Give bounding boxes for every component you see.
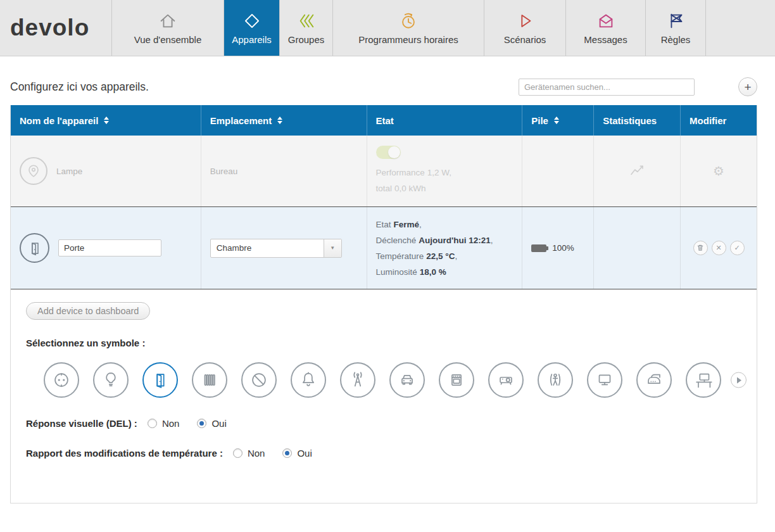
- top-nav: devolo Vue d'ensemble Appareils Groupes …: [0, 0, 775, 56]
- symbol-oven[interactable]: [439, 362, 474, 398]
- column-label: Pile: [531, 115, 548, 126]
- radiator-icon: [199, 369, 220, 391]
- tab-label: Règles: [661, 34, 691, 45]
- led-response-option-oui[interactable]: Oui: [197, 418, 226, 429]
- chevron-down-icon[interactable]: ▼: [324, 239, 341, 257]
- confirm-button[interactable]: ✓: [730, 241, 745, 255]
- symbol-door[interactable]: [142, 362, 178, 398]
- state-line: total0,0 kWh: [376, 180, 426, 196]
- temperature-report-option-oui[interactable]: Oui: [282, 448, 312, 459]
- device-state: Performance1,2 W, total0,0 kWh: [376, 146, 452, 196]
- flag-cross-icon: [666, 11, 685, 30]
- symbol-picker: [26, 361, 741, 399]
- iron-icon: [643, 369, 665, 391]
- radio-label: Non: [162, 418, 180, 429]
- tab-groupes[interactable]: Groupes: [279, 0, 332, 56]
- symbol-iron[interactable]: [636, 362, 672, 398]
- column-label: Emplacement: [210, 115, 272, 126]
- devolo-logo[interactable]: devolo: [0, 0, 111, 56]
- projector-icon: [495, 369, 517, 391]
- trash-icon: [696, 244, 704, 253]
- location-select[interactable]: Chambre ▼: [210, 239, 342, 258]
- battery-status: 100%: [531, 243, 574, 253]
- door-icon: [149, 369, 171, 391]
- toggle-knob: [388, 146, 400, 158]
- nav-tabs: Vue d'ensemble Appareils Groupes Program…: [111, 0, 706, 56]
- add-to-dashboard-button[interactable]: Add device to dashboard: [26, 302, 150, 320]
- statistics-chart-icon[interactable]: [629, 162, 645, 180]
- bulb-icon: [100, 369, 122, 391]
- motion-sensor-icon: [545, 369, 566, 391]
- device-name: Lampe: [56, 167, 82, 176]
- state-line: EtatFermé,: [376, 217, 422, 232]
- symbol-antenna[interactable]: [340, 362, 375, 398]
- car-icon: [396, 369, 418, 391]
- temperature-report-option-non[interactable]: Non: [233, 448, 265, 459]
- tab-label: Appareils: [232, 34, 272, 45]
- diamond-icon: [243, 11, 261, 30]
- power-toggle[interactable]: [376, 146, 401, 159]
- tab-programmeurs-horaires[interactable]: Programmeurs horaires: [332, 0, 484, 56]
- home-icon: [158, 11, 177, 30]
- device-edit-panel: Add device to dashboard Sélectionnez un …: [11, 289, 757, 503]
- device-name-input[interactable]: [58, 239, 161, 256]
- tab-label: Groupes: [288, 34, 325, 45]
- tab-regles[interactable]: Règles: [645, 0, 706, 56]
- radio-button[interactable]: [197, 419, 206, 428]
- column-label: Modifier: [690, 115, 726, 126]
- symbols-strip: [44, 361, 726, 399]
- gear-icon[interactable]: ⚙: [713, 165, 724, 177]
- location-select-value: Chambre: [211, 239, 324, 257]
- symbol-projector[interactable]: [488, 362, 524, 398]
- page-intro-text: Configurez ici vos appareils.: [10, 80, 149, 94]
- envelope-icon: [596, 11, 615, 30]
- tab-messages[interactable]: Messages: [565, 0, 645, 56]
- table-row-lampe[interactable]: Lampe Bureau Performance1,2 W, total0,0 …: [11, 136, 757, 206]
- table-header-row: Nom de l'appareil Emplacement Etat Pile …: [11, 105, 757, 136]
- search-input[interactable]: [519, 79, 695, 96]
- antenna-icon: [347, 369, 369, 391]
- cancel-button[interactable]: ✕: [712, 241, 726, 255]
- timer-clock-icon: [399, 11, 418, 30]
- symbol-bulb[interactable]: [93, 362, 129, 398]
- tab-scenarios[interactable]: Scénarios: [484, 0, 565, 56]
- tab-vue-densemble[interactable]: Vue d'ensemble: [111, 0, 224, 56]
- intro-row: Configurez ici vos appareils. +: [10, 77, 757, 96]
- column-header-statistics: Statistiques: [593, 105, 680, 136]
- plus-icon: +: [744, 81, 751, 93]
- main-content: Configurez ici vos appareils. + Nom de l…: [0, 77, 775, 504]
- sort-icon: [554, 117, 559, 124]
- symbol-car[interactable]: [389, 362, 425, 398]
- delete-button[interactable]: [693, 241, 708, 255]
- symbol-motion[interactable]: [538, 362, 573, 398]
- device-location: Bureau: [210, 167, 238, 176]
- battery-level: 100%: [552, 243, 574, 253]
- location-pin-icon: [20, 157, 47, 185]
- close-icon: ✕: [715, 244, 721, 252]
- column-header-name[interactable]: Nom de l'appareil: [11, 105, 201, 136]
- symbol-outlet[interactable]: [44, 362, 79, 398]
- symbols-next-button[interactable]: [731, 372, 747, 388]
- tab-label: Messages: [584, 34, 627, 45]
- state-line: Performance1,2 W,: [376, 165, 452, 180]
- sort-icon: [104, 117, 109, 124]
- symbol-bell[interactable]: [291, 362, 326, 398]
- tab-label: Scénarios: [504, 34, 546, 45]
- column-header-location[interactable]: Emplacement: [201, 105, 367, 136]
- symbol-radiator[interactable]: [192, 362, 227, 398]
- sort-icon: [277, 117, 282, 124]
- add-device-button[interactable]: +: [738, 77, 757, 96]
- led-response-option-non[interactable]: Non: [148, 418, 180, 429]
- radio-button[interactable]: [148, 419, 157, 428]
- battery-icon: [531, 244, 546, 252]
- tab-label: Vue d'ensemble: [134, 34, 202, 45]
- radio-button[interactable]: [233, 448, 243, 458]
- radio-button[interactable]: [282, 448, 292, 458]
- symbol-screen[interactable]: [587, 362, 622, 398]
- column-header-battery[interactable]: Pile: [522, 105, 593, 136]
- led-response-group: Réponse visuelle (DEL) : Non Oui: [26, 418, 741, 429]
- tab-appareils[interactable]: Appareils: [224, 0, 279, 56]
- symbol-prohibited[interactable]: [241, 362, 277, 398]
- symbol-desk[interactable]: [686, 362, 721, 398]
- state-line: Température22,5 °C,: [376, 248, 458, 264]
